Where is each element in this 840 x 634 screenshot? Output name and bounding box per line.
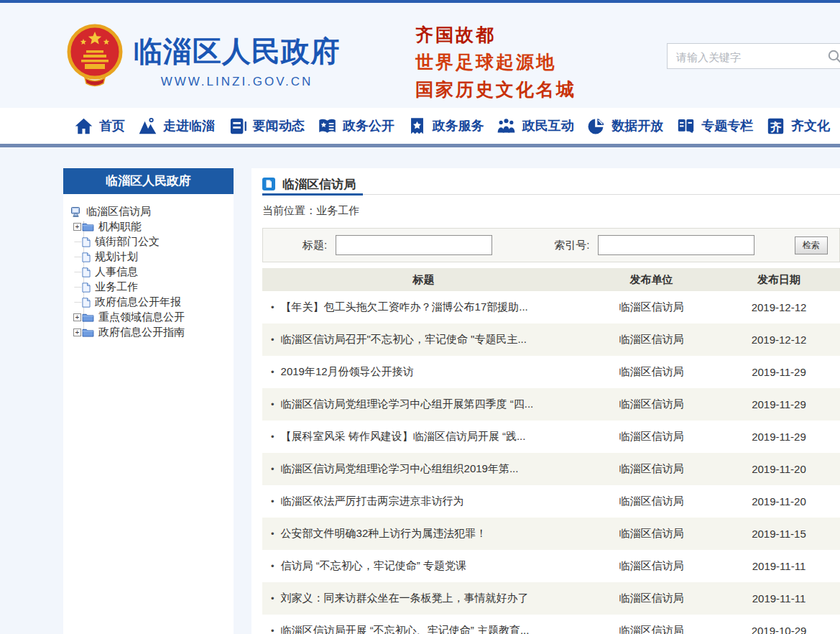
publish-unit: 临淄区信访局 [585, 495, 718, 508]
tree-item-icon [70, 206, 82, 218]
site-slogan: 齐国故都 世界足球起源地 国家历史文化名城 [415, 22, 576, 104]
sidebar-header: 临淄区人民政府 [63, 168, 234, 194]
publish-date: 2019-11-29 [718, 366, 840, 378]
article-title[interactable]: 临淄区信访局开展 “不忘初心、牢记使命” 主题教育... [281, 624, 530, 634]
nav-label: 政民互动 [522, 117, 573, 134]
article-title[interactable]: 刘家义：同来访群众坐在一条板凳上，事情就好办了 [281, 592, 529, 605]
table-row[interactable]: • 2019年12月份领导公开接访 临淄区信访局 2019-11-29 [262, 356, 840, 388]
national-emblem-logo [66, 22, 124, 91]
site-title-block: 临淄区人民政府 WWW.LINZI.GOV.CN [134, 32, 340, 89]
expand-toggle-icon[interactable] [70, 257, 82, 257]
bullet-icon: • [271, 625, 274, 634]
expand-toggle-icon[interactable] [70, 272, 82, 272]
publish-date: 2019-12-12 [718, 334, 840, 346]
nav-item[interactable]: 数据开放 [586, 116, 663, 136]
tree-item-icon [82, 298, 91, 308]
article-table: 标题 发布单位 发布日期 • 【年关】包工头拖欠工资咋办？淄博公布17部援助..… [262, 268, 840, 634]
nav-item[interactable]: 走进临淄 [138, 116, 215, 136]
expand-toggle-icon[interactable] [70, 313, 82, 321]
article-title[interactable]: 公安部文件明确32种上访行为属违法犯罪！ [281, 527, 487, 541]
title-filter-input[interactable] [336, 235, 492, 255]
tree-item[interactable]: 临淄区信访局 [70, 204, 234, 219]
tree-item[interactable]: 规划计划 [70, 249, 234, 265]
svg-text:齐: 齐 [770, 119, 782, 133]
publish-date: 2019-11-11 [718, 560, 840, 572]
tree-item[interactable]: 镇街部门公文 [70, 234, 234, 249]
tree-item[interactable]: 业务工作 [70, 280, 234, 295]
nav-item[interactable]: 首页 [74, 116, 125, 136]
article-title[interactable]: 临淄区信访局召开"不忘初心，牢记使命 "专题民主... [281, 333, 527, 346]
table-row[interactable]: • 临淄区信访局开展 “不忘初心、牢记使命” 主题教育... 临淄区信访局 20… [262, 615, 840, 634]
publish-unit: 临淄区信访局 [585, 430, 718, 444]
tree-item-label[interactable]: 临淄区信访局 [86, 205, 151, 219]
nav-item[interactable]: 齐 齐文化 [766, 116, 830, 136]
nav-item[interactable]: 政务服务 [407, 116, 484, 136]
publish-unit: 临淄区信访局 [585, 592, 718, 605]
tree-item-icon [82, 237, 91, 247]
publish-date: 2019-11-29 [718, 431, 840, 443]
search-input[interactable] [675, 45, 807, 68]
article-title[interactable]: 【年关】包工头拖欠工资咋办？淄博公布17部援助... [281, 300, 528, 314]
breadcrumb-current[interactable]: 业务工作 [316, 204, 359, 216]
tree-item-label[interactable]: 机构职能 [98, 220, 142, 234]
nav-item[interactable]: 政务公开 [318, 116, 394, 136]
table-row[interactable]: • 临淄区依法严厉打击两宗进京非访行为 临淄区信访局 2019-11-20 [262, 485, 840, 518]
publish-date: 2019-11-20 [718, 495, 840, 507]
tree-item-label[interactable]: 重点领域信息公开 [98, 311, 185, 324]
table-row[interactable]: • 临淄区信访局党组理论学习中心组开展第四季度 “四... 临淄区信访局 201… [262, 388, 840, 421]
nav-label: 齐文化 [791, 117, 830, 134]
tree-item-label[interactable]: 政府信息公开年报 [95, 295, 181, 309]
tree-item-label[interactable]: 人事信息 [95, 265, 138, 279]
expand-toggle-icon[interactable] [70, 223, 82, 231]
index-filter-input[interactable] [598, 235, 754, 255]
table-row[interactable]: • 【展科室风采 铸作风建设】临淄区信访局开展 “践... 临淄区信访局 201… [262, 421, 840, 453]
table-row[interactable]: • 刘家义：同来访群众坐在一条板凳上，事情就好办了 临淄区信访局 2019-11… [262, 582, 840, 615]
article-title[interactable]: 2019年12月份领导公开接访 [281, 365, 414, 379]
nav-label: 专题专栏 [701, 117, 753, 134]
nav-item[interactable]: 专题专栏 [676, 116, 753, 136]
article-title[interactable]: 信访局 “不忘初心，牢记使命” 专题党课 [281, 559, 466, 573]
table-row[interactable]: • 临淄区信访局召开"不忘初心，牢记使命 "专题民主... 临淄区信访局 201… [262, 323, 840, 356]
tree-item-label[interactable]: 规划计划 [95, 250, 138, 264]
tree-item[interactable]: 人事信息 [70, 265, 234, 280]
tree-item[interactable]: 政府信息公开年报 [70, 295, 234, 310]
nav-item[interactable]: 要闻动态 [228, 116, 305, 136]
article-title[interactable]: 临淄区信访局党组理论学习中心组组织2019年第... [281, 462, 519, 476]
tree-item[interactable]: 机构职能 [70, 219, 234, 234]
expand-toggle-icon[interactable] [70, 242, 82, 242]
publish-date: 2019-12-12 [718, 301, 840, 313]
search-submit-button[interactable]: 检索 [795, 236, 828, 254]
table-row[interactable]: • 临淄区信访局党组理论学习中心组组织2019年第... 临淄区信访局 2019… [262, 453, 840, 485]
table-row[interactable]: • 信访局 “不忘初心，牢记使命” 专题党课 临淄区信访局 2019-11-11 [262, 550, 840, 582]
tree-item[interactable]: 重点领域信息公开 [70, 310, 234, 325]
tree-item[interactable]: 政府信息公开指南 [70, 325, 234, 340]
table-row[interactable]: • 【年关】包工头拖欠工资咋办？淄博公布17部援助... 临淄区信访局 2019… [262, 291, 840, 323]
column-header-title: 标题 [262, 273, 585, 287]
table-row[interactable]: • 公安部文件明确32种上访行为属违法犯罪！ 临淄区信访局 2019-11-15 [262, 518, 840, 550]
publish-date: 2019-11-20 [718, 463, 840, 475]
expand-toggle-icon[interactable] [70, 329, 82, 336]
search-icon[interactable] [827, 49, 840, 63]
tree-item-label[interactable]: 业务工作 [95, 280, 138, 294]
tree-item-icon [82, 313, 94, 322]
article-title[interactable]: 【展科室风采 铸作风建设】临淄区信访局开展 “践... [281, 430, 526, 444]
filter-panel: 标题: 索引号: 检索 [262, 228, 840, 262]
bullet-icon: • [271, 593, 274, 604]
nav-label: 政务服务 [433, 117, 484, 134]
article-title[interactable]: 临淄区依法严厉打击两宗进京非访行为 [281, 495, 464, 508]
publish-unit: 临淄区信访局 [585, 333, 718, 346]
tree-item-icon [82, 282, 91, 293]
site-title: 临淄区人民政府 [134, 32, 340, 71]
expand-toggle-icon[interactable] [70, 287, 82, 288]
bullet-icon: • [271, 496, 274, 507]
bullet-icon: • [271, 399, 274, 410]
nav-item[interactable]: 政民互动 [497, 116, 573, 136]
expand-toggle-icon[interactable] [70, 302, 82, 303]
nav-icon [138, 116, 157, 136]
nav-icon: 齐 [766, 116, 785, 136]
article-title[interactable]: 临淄区信访局党组理论学习中心组开展第四季度 “四... [281, 398, 534, 411]
tree-item-label[interactable]: 政府信息公开指南 [98, 326, 185, 339]
column-header-date: 发布日期 [718, 273, 840, 287]
tree-item-label[interactable]: 镇街部门公文 [95, 235, 160, 249]
publish-unit: 临淄区信访局 [585, 624, 718, 634]
